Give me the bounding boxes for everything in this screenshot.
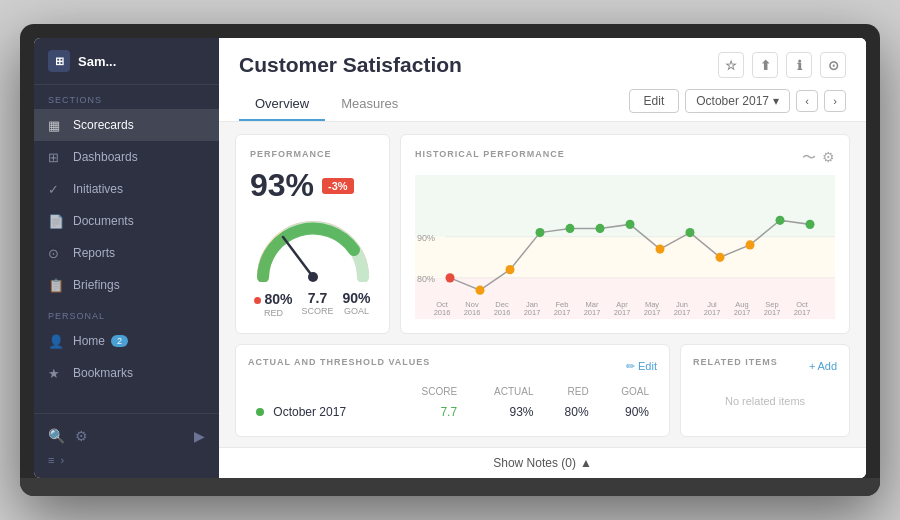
gauge-chart: [250, 212, 375, 282]
pencil-icon: ✏: [626, 360, 635, 373]
sidebar-item-briefings[interactable]: 📋 Briefings: [34, 269, 219, 301]
chevron-down-icon: ▾: [773, 94, 779, 108]
sidebar-item-label: Home: [73, 334, 105, 348]
svg-text:2016: 2016: [464, 308, 481, 317]
sidebar: ⊞ Sam... SECTIONS ▦ Scorecards ⊞ Dashboa…: [34, 38, 219, 478]
sidebar-item-dashboards[interactable]: ⊞ Dashboards: [34, 141, 219, 173]
sidebar-logo: ⊞ Sam...: [34, 38, 219, 85]
perf-delta: -3%: [322, 178, 354, 194]
svg-text:2017: 2017: [614, 308, 631, 317]
list-icon: ≡: [48, 454, 54, 466]
sidebar-footer: 🔍 ⚙ ▶: [34, 422, 219, 450]
chart-settings-icon[interactable]: ⚙: [822, 149, 835, 167]
score-value: 7.7: [301, 290, 333, 306]
svg-point-18: [716, 253, 725, 262]
add-related-button[interactable]: + Add: [809, 360, 837, 372]
row-status-dot: [256, 408, 264, 416]
sidebar-item-home[interactable]: 👤 Home 2: [34, 325, 219, 357]
perf-main-row: 93% -3%: [250, 167, 375, 204]
reports-icon: ⊙: [48, 245, 64, 261]
sidebar-item-label: Scorecards: [73, 118, 134, 132]
date-selector[interactable]: October 2017 ▾: [685, 89, 790, 113]
header-icons: ☆ ⬆ ℹ ⊙: [718, 52, 846, 78]
sections-label: SECTIONS: [34, 85, 219, 109]
laptop-frame: ⊞ Sam... SECTIONS ▦ Scorecards ⊞ Dashboa…: [20, 24, 880, 496]
goal-value: 90%: [342, 290, 370, 306]
sidebar-item-label: Briefings: [73, 278, 120, 292]
initiatives-icon: ✓: [48, 181, 64, 197]
chart-type-icon[interactable]: 〜: [802, 149, 816, 167]
gauge-score-stat: 7.7 SCORE: [301, 290, 333, 318]
row-date: October 2017: [273, 405, 346, 419]
main-content: Customer Satisfaction ☆ ⬆ ℹ ⊙ Overview M…: [219, 38, 866, 478]
perf-percent: 93%: [250, 167, 314, 204]
svg-point-19: [746, 240, 755, 249]
tabs-row: Overview Measures Edit October 2017 ▾ ‹ …: [239, 88, 846, 121]
svg-point-11: [506, 265, 515, 274]
row-actual: 93%: [465, 400, 541, 424]
show-notes-bar[interactable]: Show Notes (0) ▲: [219, 447, 866, 478]
svg-point-14: [596, 224, 605, 233]
svg-line-0: [283, 237, 313, 277]
red-dot: [254, 297, 261, 304]
svg-text:80%: 80%: [417, 274, 435, 284]
sidebar-list-icon: ≡ ›: [34, 450, 219, 470]
logo-icon: ⊞: [48, 50, 70, 72]
table-row: October 2017 7.7 93% 80% 90%: [248, 400, 657, 424]
search-icon[interactable]: 🔍: [48, 428, 65, 444]
actual-table: SCORE ACTUAL RED GOAL: [248, 383, 657, 424]
row-red: 80%: [541, 400, 596, 424]
svg-text:2017: 2017: [584, 308, 601, 317]
expand-icon[interactable]: ▶: [194, 428, 205, 444]
home-badge: 2: [111, 335, 128, 347]
historical-label: HISTORICAL PERFORMANCE: [415, 149, 565, 159]
row-score: 7.7: [394, 400, 465, 424]
main-header: Customer Satisfaction ☆ ⬆ ℹ ⊙ Overview M…: [219, 38, 866, 122]
more-icon-btn[interactable]: ⊙: [820, 52, 846, 78]
actual-edit-button[interactable]: ✏ Edit: [626, 360, 657, 373]
performance-label: PERFORMANCE: [250, 149, 375, 159]
sidebar-item-initiatives[interactable]: ✓ Initiatives: [34, 173, 219, 205]
related-header: RELATED ITEMS + Add: [693, 357, 837, 375]
row-name: October 2017: [248, 400, 394, 424]
star-icon-btn[interactable]: ☆: [718, 52, 744, 78]
scorecards-icon: ▦: [48, 117, 64, 133]
svg-point-13: [566, 224, 575, 233]
sidebar-item-label: Bookmarks: [73, 366, 133, 380]
no-related-text: No related items: [693, 395, 837, 407]
content-area: PERFORMANCE 93% -3%: [219, 122, 866, 447]
sidebar-item-scorecards[interactable]: ▦ Scorecards: [34, 109, 219, 141]
logo-text: Sam...: [78, 54, 116, 69]
actual-header: ACTUAL AND THRESHOLD VALUES ✏ Edit: [248, 357, 657, 375]
svg-text:2017: 2017: [704, 308, 721, 317]
sidebar-item-documents[interactable]: 📄 Documents: [34, 205, 219, 237]
actual-label: ACTUAL AND THRESHOLD VALUES: [248, 357, 430, 367]
next-arrow[interactable]: ›: [824, 90, 846, 112]
goal-label: GOAL: [342, 306, 370, 316]
col-actual: ACTUAL: [465, 383, 541, 400]
briefings-icon: 📋: [48, 277, 64, 293]
tab-measures[interactable]: Measures: [325, 88, 414, 121]
sidebar-item-reports[interactable]: ⊙ Reports: [34, 237, 219, 269]
share-icon-btn[interactable]: ⬆: [752, 52, 778, 78]
gauge-red-stat: 80% RED: [254, 290, 292, 318]
prev-arrow[interactable]: ‹: [796, 90, 818, 112]
svg-text:2016: 2016: [494, 308, 511, 317]
personal-label: PERSONAL: [34, 301, 219, 325]
svg-text:90%: 90%: [417, 233, 435, 243]
screen: ⊞ Sam... SECTIONS ▦ Scorecards ⊞ Dashboa…: [34, 38, 866, 478]
home-icon: 👤: [48, 333, 64, 349]
bookmarks-icon: ★: [48, 365, 64, 381]
settings-icon[interactable]: ⚙: [75, 428, 88, 444]
chart-area: 90% 80%: [415, 175, 835, 319]
sidebar-item-bookmarks[interactable]: ★ Bookmarks: [34, 357, 219, 389]
svg-text:2017: 2017: [764, 308, 781, 317]
svg-text:2017: 2017: [734, 308, 751, 317]
col-goal: GOAL: [597, 383, 657, 400]
bottom-panels: ACTUAL AND THRESHOLD VALUES ✏ Edit SCORE: [235, 344, 850, 437]
info-icon-btn[interactable]: ℹ: [786, 52, 812, 78]
edit-button[interactable]: Edit: [629, 89, 680, 113]
tab-overview[interactable]: Overview: [239, 88, 325, 121]
table-header-row: SCORE ACTUAL RED GOAL: [248, 383, 657, 400]
svg-point-20: [776, 216, 785, 225]
